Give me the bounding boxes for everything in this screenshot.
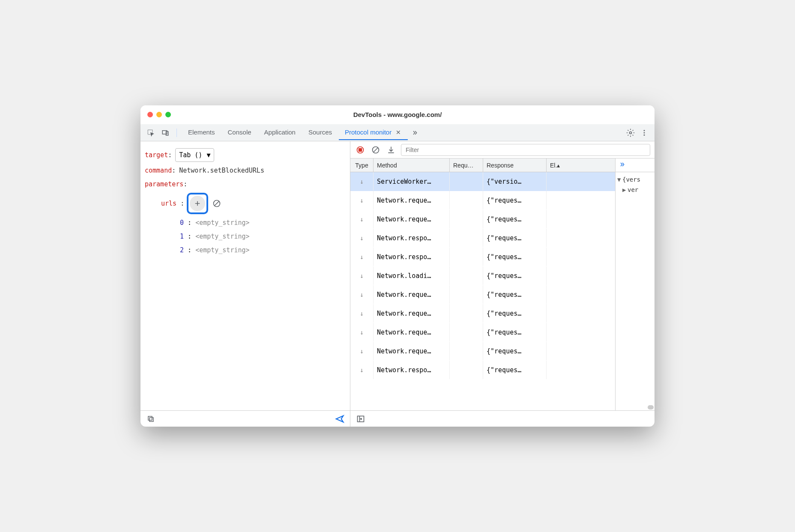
minimize-window-button[interactable] (156, 112, 162, 117)
table-row[interactable]: ↓Network.reque…{"reques… (350, 323, 615, 342)
caret-down-icon[interactable]: ▼ (617, 175, 622, 185)
col-method-header[interactable]: Method (374, 158, 450, 172)
cell-method: Network.reque… (374, 191, 450, 209)
command-label: command (145, 165, 172, 176)
record-button[interactable] (355, 144, 366, 155)
command-editor-footer (140, 410, 350, 427)
caret-right-icon[interactable]: ▶ (622, 185, 628, 195)
close-tab-icon[interactable]: ✕ (395, 129, 402, 136)
filter-input[interactable] (401, 144, 650, 156)
download-button[interactable] (386, 144, 397, 155)
cell-elapsed (547, 323, 570, 341)
cell-elapsed (547, 229, 570, 247)
col-elapsed-header[interactable]: El.▴ (547, 158, 570, 172)
main-content: target: Tab () ▼ command: Network.setBlo… (140, 141, 655, 427)
tab-label: Sources (308, 129, 332, 136)
details-body[interactable]: ▼{vers ▶ver (616, 172, 655, 410)
cell-response: {"reques… (483, 304, 547, 323)
table-row[interactable]: ↓Network.reque…{"reques… (350, 210, 615, 229)
cell-type: ↓ (350, 191, 374, 209)
cell-method: Network.respo… (374, 248, 450, 266)
inspect-element-icon[interactable] (145, 127, 157, 139)
add-button-highlight (187, 193, 208, 214)
url-item-0[interactable]: 0 : <empty_string> (145, 216, 346, 230)
url-item-1[interactable]: 1 : <empty_string> (145, 230, 346, 243)
table-row[interactable]: ↓ServiceWorker…{"versio… (350, 172, 615, 191)
cell-elapsed (547, 172, 570, 191)
col-response-header[interactable]: Response (483, 158, 547, 172)
svg-point-4 (644, 130, 645, 131)
add-url-button[interactable] (190, 196, 205, 211)
target-label: target (145, 150, 168, 160)
table-row[interactable]: ↓Network.reque…{"reques… (350, 304, 615, 323)
titlebar: DevTools - www.google.com/ (140, 105, 655, 124)
url-item-2[interactable]: 2 : <empty_string> (145, 243, 346, 257)
cell-request (450, 266, 483, 285)
horizontal-scrollbar[interactable] (616, 404, 655, 410)
cell-type: ↓ (350, 304, 374, 323)
more-tabs-icon[interactable] (618, 161, 626, 169)
cell-method: Network.respo… (374, 361, 450, 379)
tab-sources[interactable]: Sources (302, 125, 338, 140)
settings-icon[interactable] (625, 127, 637, 139)
target-select[interactable]: Tab () ▼ (175, 148, 214, 162)
tab-label: Elements (188, 129, 215, 136)
cell-type: ↓ (350, 323, 374, 341)
tab-protocol-monitor[interactable]: Protocol monitor ✕ (339, 125, 408, 140)
col-request-header[interactable]: Requ… (450, 158, 483, 172)
table-row[interactable]: ↓Network.reque…{"reques… (350, 342, 615, 361)
close-window-button[interactable] (147, 112, 153, 117)
device-toolbar-icon[interactable] (159, 127, 171, 139)
cell-request (450, 285, 483, 304)
table-header: Type Method Requ… Response El.▴ (350, 158, 615, 172)
scrollbar-thumb[interactable] (648, 405, 654, 409)
cell-request (450, 248, 483, 266)
url-index: 0 (180, 218, 184, 228)
table-row[interactable]: ↓Network.respo…{"reques… (350, 361, 615, 380)
cell-type: ↓ (350, 172, 374, 191)
chevron-down-icon: ▼ (206, 150, 210, 160)
clear-urls-button[interactable] (212, 198, 222, 209)
table-row[interactable]: ↓Network.reque…{"reques… (350, 285, 615, 304)
cell-response: {"reques… (483, 229, 547, 247)
details-panel: ▼{vers ▶ver (615, 158, 655, 410)
tab-elements[interactable]: Elements (182, 125, 221, 140)
table-row[interactable]: ↓Network.loadi…{"reques… (350, 266, 615, 285)
target-row: target: Tab () ▼ (145, 146, 346, 164)
more-tabs-icon[interactable] (409, 127, 421, 139)
table-row[interactable]: ↓Network.reque…{"reques… (350, 191, 615, 210)
cell-type: ↓ (350, 229, 374, 247)
cell-response: {"reques… (483, 191, 547, 209)
cell-type: ↓ (350, 361, 374, 379)
monitor-toolbar (350, 141, 655, 158)
cell-type: ↓ (350, 285, 374, 304)
maximize-window-button[interactable] (165, 112, 171, 117)
tab-console[interactable]: Console (222, 125, 257, 140)
cell-type: ↓ (350, 248, 374, 266)
cell-elapsed (547, 361, 570, 379)
parameters-row: parameters: (145, 177, 346, 191)
cell-method: Network.reque… (374, 342, 450, 360)
table-body[interactable]: ↓ServiceWorker…{"versio…↓Network.reque…{… (350, 172, 615, 410)
cell-request (450, 172, 483, 191)
cell-elapsed (547, 266, 570, 285)
tab-label: Application (264, 129, 296, 136)
parameters-label: parameters (145, 179, 183, 189)
tab-strip: Elements Console Application Sources Pro… (182, 125, 622, 140)
send-command-button[interactable] (334, 413, 346, 425)
col-type-header[interactable]: Type (350, 158, 374, 172)
toggle-drawer-icon[interactable] (355, 413, 367, 425)
clear-log-button[interactable] (370, 144, 381, 155)
svg-rect-11 (359, 148, 362, 151)
svg-point-6 (644, 134, 645, 135)
kebab-menu-icon[interactable] (638, 127, 650, 139)
cell-elapsed (547, 285, 570, 304)
copy-icon[interactable] (145, 413, 157, 425)
devtools-window: DevTools - www.google.com/ Elements Cons… (140, 105, 655, 427)
table-row[interactable]: ↓Network.respo…{"reques… (350, 248, 615, 266)
command-editor-body: target: Tab () ▼ command: Network.setBlo… (140, 141, 350, 410)
tab-application[interactable]: Application (258, 125, 302, 140)
url-value: <empty_string> (195, 218, 249, 228)
table-row[interactable]: ↓Network.respo…{"reques… (350, 229, 615, 248)
target-value: Tab () (179, 150, 202, 160)
